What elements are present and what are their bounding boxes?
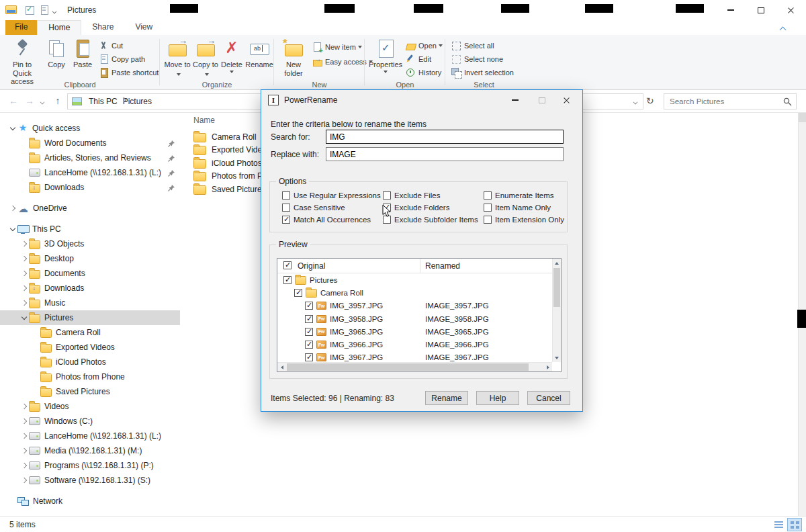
chevron-right-icon[interactable]: [19, 283, 29, 293]
sidebar-item-videos[interactable]: Videos: [0, 399, 180, 414]
chevron-right-icon[interactable]: [19, 416, 29, 426]
properties-button[interactable]: Properties: [369, 37, 402, 73]
row-checkbox[interactable]: [294, 289, 302, 297]
option-exclude-subfolder-items[interactable]: Exclude Subfolder Items: [383, 215, 478, 224]
search-input[interactable]: [664, 94, 796, 109]
thumbnails-view-button[interactable]: [787, 518, 802, 531]
option-exclude-files[interactable]: Exclude Files: [383, 191, 478, 200]
tab-file[interactable]: File: [5, 20, 37, 35]
back-button[interactable]: ←: [7, 95, 20, 106]
chevron-right-icon[interactable]: [19, 446, 29, 455]
scroll-right-icon[interactable]: [543, 363, 552, 371]
sidebar-item-programs-192-168-1-31-p[interactable]: Programs (\\192.168.1.31) (P:): [0, 458, 180, 473]
chevron-right-icon[interactable]: [19, 239, 29, 249]
new-item-button[interactable]: New item: [312, 40, 362, 54]
breadcrumb-segment-this-pc[interactable]: This PC: [86, 97, 120, 106]
row-checkbox[interactable]: [305, 341, 313, 349]
dialog-close-button[interactable]: [555, 90, 577, 110]
sidebar-item-3d-objects[interactable]: 3D Objects: [0, 236, 180, 251]
edit-button[interactable]: Edit: [405, 52, 431, 66]
scroll-up-icon[interactable]: [553, 259, 561, 267]
search-for-input[interactable]: [326, 130, 564, 144]
select-all-checkbox[interactable]: [283, 261, 292, 269]
sidebar-item-downloads[interactable]: Downloads: [0, 281, 180, 296]
recent-locations-dropdown-icon[interactable]: [40, 100, 45, 105]
sidebar-item-quick-access[interactable]: Quick access: [0, 121, 180, 136]
select-all-button[interactable]: Select all: [451, 39, 494, 52]
rename-button[interactable]: Rename: [246, 37, 273, 69]
qat-icon-1[interactable]: [24, 5, 35, 15]
qat-icon-2[interactable]: [39, 5, 50, 15]
tab-home[interactable]: Home: [37, 20, 81, 35]
paste-button[interactable]: Paste: [70, 37, 95, 69]
invert-selection-button[interactable]: Invert selection: [451, 66, 514, 79]
row-checkbox[interactable]: [305, 315, 313, 323]
scrollbar-thumb[interactable]: [553, 268, 560, 307]
preview-row-img-3958-jpg[interactable]: FwIMG_3958.JPGIMAGE_3958.JPG: [277, 312, 552, 325]
pin-to-quick-access-button[interactable]: Pin to Quick access: [3, 37, 42, 86]
forward-button[interactable]: →: [23, 95, 36, 106]
preview-row-img-3965-jpg[interactable]: FwIMG_3965.JPGIMAGE_3965.JPG: [277, 325, 552, 338]
maximize-button[interactable]: [746, 0, 776, 20]
copy-path-button[interactable]: Copy path: [98, 52, 145, 66]
cancel-button[interactable]: Cancel: [527, 391, 570, 405]
option-exclude-folders[interactable]: Exclude Folders: [383, 203, 478, 212]
checkbox-item-name-only[interactable]: [484, 204, 492, 212]
copy-to-button[interactable]: Copy to: [192, 37, 219, 77]
scrollbar-thumb[interactable]: [287, 363, 529, 371]
preview-vertical-scrollbar[interactable]: [552, 259, 561, 362]
column-original[interactable]: Original: [298, 261, 325, 271]
rename-button[interactable]: Rename: [425, 391, 468, 405]
paste-shortcut-button[interactable]: Paste shortcut: [98, 66, 159, 79]
option-item-extension-only[interactable]: Item Extension Only: [484, 215, 564, 224]
chevron-right-icon[interactable]: [19, 461, 29, 470]
sidebar-item-lancehome-192-168-1-31-l[interactable]: LanceHome (\\192.168.1.31) (L:): [0, 429, 180, 443]
tab-share[interactable]: Share: [81, 20, 124, 35]
scroll-left-icon[interactable]: [277, 363, 286, 371]
dialog-titlebar[interactable]: PowerRename: [261, 90, 582, 110]
chevron-right-icon[interactable]: [8, 204, 17, 213]
chevron-down-icon[interactable]: [8, 124, 17, 133]
option-case-sensitive[interactable]: Case Sensitive: [282, 203, 381, 212]
sidebar-item-articles-stories-and-reviews[interactable]: Articles, Stories, and Reviews: [0, 150, 180, 165]
sidebar-item-downloads[interactable]: Downloads: [0, 180, 180, 195]
minimize-button[interactable]: [715, 0, 746, 20]
sidebar-item-music[interactable]: Music: [0, 296, 180, 310]
chevron-right-icon[interactable]: [19, 476, 29, 485]
sidebar-item-photos-from-phone[interactable]: Photos from Phone: [0, 369, 180, 384]
sidebar-item-icloud-photos[interactable]: iCloud Photos: [0, 355, 180, 369]
dialog-minimize-button[interactable]: [504, 90, 526, 110]
sidebar-item-media-192-168-1-31-m[interactable]: Media (\\192.168.1.31) (M:): [0, 443, 180, 458]
copy-button[interactable]: Copy: [44, 37, 69, 69]
row-checkbox[interactable]: [305, 302, 313, 310]
chevron-down-icon[interactable]: [19, 313, 29, 322]
cut-button[interactable]: Cut: [98, 39, 123, 52]
tab-view[interactable]: View: [124, 20, 163, 35]
delete-button[interactable]: Delete: [219, 37, 244, 73]
move-to-button[interactable]: Move to: [164, 37, 191, 77]
checkbox-exclude-files[interactable]: [383, 191, 391, 200]
qat-dropdown-icon[interactable]: [52, 9, 57, 13]
chevron-right-icon[interactable]: [19, 402, 29, 411]
scrollbar-top[interactable]: [799, 113, 806, 122]
checkbox-item-extension-only[interactable]: [484, 216, 492, 224]
close-button[interactable]: [776, 0, 806, 20]
sidebar-item-saved-pictures[interactable]: Saved Pictures: [0, 384, 180, 399]
replace-with-input[interactable]: [326, 147, 564, 161]
option-use-regular-expressions[interactable]: Use Regular Expressions: [282, 191, 381, 200]
row-checkbox[interactable]: [283, 276, 292, 284]
checkbox-case-sensitive[interactable]: [282, 204, 290, 212]
sidebar-item-this-pc[interactable]: This PC: [0, 222, 180, 236]
checkbox-use-regular-expressions[interactable]: [282, 191, 290, 200]
checkbox-enumerate-items[interactable]: [484, 191, 492, 200]
row-checkbox[interactable]: [305, 328, 313, 336]
scroll-down-icon[interactable]: [553, 353, 561, 362]
chevron-right-icon[interactable]: [19, 254, 29, 263]
row-checkbox[interactable]: [305, 353, 313, 361]
chevron-down-icon[interactable]: [8, 224, 17, 234]
preview-row-img-3966-jpg[interactable]: FwIMG_3966.JPGIMAGE_3966.JPG: [277, 338, 552, 351]
address-dropdown-icon[interactable]: [633, 99, 639, 105]
preview-row-img-3957-jpg[interactable]: FwIMG_3957.JPGIMAGE_3957.JPG: [277, 300, 552, 312]
checkbox-match-all-occurrences[interactable]: [282, 216, 290, 224]
details-view-button[interactable]: [771, 518, 786, 531]
